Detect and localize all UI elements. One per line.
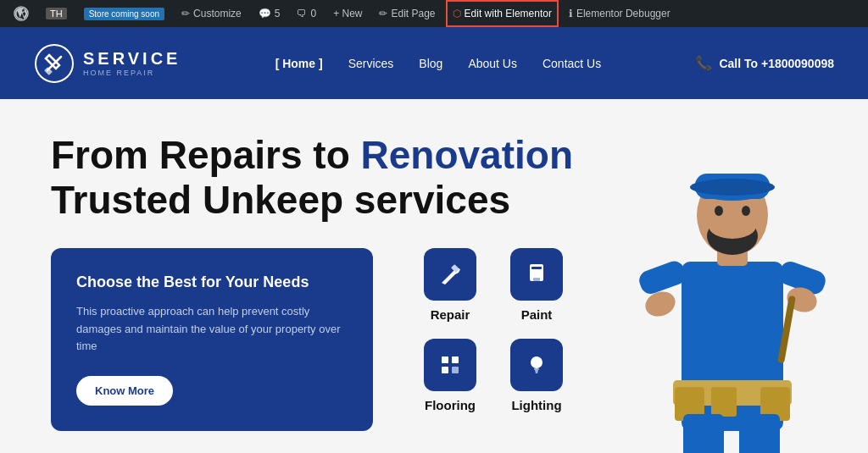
elementor-icon: ⬡ bbox=[453, 8, 461, 19]
svg-rect-3 bbox=[44, 67, 53, 75]
logo-text: SERVICE HOME REPAIR bbox=[83, 49, 181, 77]
repair-label: Repair bbox=[431, 307, 470, 322]
card-description: This proactive approach can help prevent… bbox=[76, 303, 348, 356]
wp-logo[interactable] bbox=[7, 0, 36, 27]
heading-text-start: From Repairs to bbox=[51, 133, 350, 177]
logo-subtitle: HOME REPAIR bbox=[83, 69, 181, 77]
nav-blog[interactable]: Blog bbox=[419, 57, 442, 70]
flooring-label: Flooring bbox=[425, 398, 476, 412]
customize-link[interactable]: ✏ Customize bbox=[175, 0, 248, 27]
svg-point-12 bbox=[531, 356, 542, 368]
edit-elementor-item[interactable]: ⬡ Edit with Elementor bbox=[446, 0, 559, 27]
admin-bar: TH Store coming soon ✏ Customize 💬 5 🗨 0… bbox=[0, 0, 868, 27]
svg-rect-6 bbox=[533, 278, 540, 281]
svg-rect-14 bbox=[535, 370, 538, 372]
lighting-label: Lighting bbox=[511, 398, 561, 412]
svg-rect-21 bbox=[683, 414, 724, 453]
main-nav: [ Home ] Services Blog About Us Contact … bbox=[181, 57, 695, 70]
elementor-debugger-item[interactable]: ℹ Elementor Debugger bbox=[562, 0, 677, 27]
services-grid: Repair Paint bbox=[424, 248, 563, 412]
svg-rect-34 bbox=[637, 258, 688, 296]
hero-card: Choose the Best for Your Needs This proa… bbox=[51, 248, 373, 431]
service-lighting: Lighting bbox=[510, 339, 563, 412]
customize-icon: ✏ bbox=[181, 8, 190, 19]
flooring-icon bbox=[437, 351, 464, 378]
paint-icon-box bbox=[510, 248, 563, 301]
svg-rect-10 bbox=[442, 367, 448, 373]
phone-cta: 📞 Call To +1800090098 bbox=[695, 55, 834, 71]
svg-rect-15 bbox=[536, 372, 538, 373]
store-badge-item[interactable]: Store coming soon bbox=[77, 0, 171, 27]
service-flooring: Flooring bbox=[424, 339, 476, 412]
nav-contact[interactable]: Contact Us bbox=[542, 57, 601, 70]
nav-services[interactable]: Services bbox=[348, 57, 394, 70]
new-item[interactable]: + New bbox=[326, 0, 369, 27]
hero-section: From Repairs to Renovation Trusted Unkee… bbox=[0, 99, 868, 453]
site-header: SERVICE HOME REPAIR [ Home ] Services Bl… bbox=[0, 27, 868, 99]
hero-heading: From Repairs to Renovation Trusted Unkee… bbox=[51, 133, 602, 223]
lighting-icon bbox=[523, 351, 550, 378]
chat-icon: 🗨 bbox=[297, 8, 307, 19]
wp-avatar: TH bbox=[46, 8, 67, 19]
heading-accent: Renovation bbox=[361, 133, 573, 177]
lighting-icon-box bbox=[510, 339, 563, 391]
svg-rect-11 bbox=[452, 367, 459, 373]
chat-item[interactable]: 🗨 0 bbox=[290, 0, 323, 27]
hammer-icon bbox=[437, 261, 464, 288]
service-paint: Paint bbox=[510, 248, 563, 322]
flooring-icon-box bbox=[424, 339, 476, 391]
repair-icon-box bbox=[424, 248, 476, 301]
worker-svg bbox=[614, 126, 851, 453]
worker-image bbox=[614, 126, 851, 453]
logo-title: SERVICE bbox=[83, 49, 181, 69]
info-icon: ℹ bbox=[569, 8, 573, 19]
svg-rect-8 bbox=[442, 356, 448, 363]
card-title: Choose the Best for Your Needs bbox=[76, 273, 348, 291]
svg-point-33 bbox=[742, 206, 750, 216]
service-repair: Repair bbox=[424, 248, 476, 322]
site-name[interactable]: TH bbox=[39, 0, 74, 27]
know-more-button[interactable]: Know More bbox=[76, 376, 173, 406]
phone-number: Call To +1800090098 bbox=[719, 57, 834, 70]
nav-home[interactable]: [ Home ] bbox=[275, 57, 323, 70]
svg-rect-22 bbox=[739, 414, 780, 453]
store-badge: Store coming soon bbox=[84, 8, 164, 20]
nav-about[interactable]: About Us bbox=[468, 57, 517, 70]
edit-icon: ✏ bbox=[379, 8, 387, 19]
svg-point-31 bbox=[690, 179, 775, 196]
heading-text-end: Trusted Unkeep services bbox=[51, 178, 510, 222]
comments-icon: 💬 bbox=[259, 8, 271, 19]
svg-point-28 bbox=[709, 213, 756, 239]
paint-label: Paint bbox=[521, 307, 553, 322]
logo[interactable]: SERVICE HOME REPAIR bbox=[34, 43, 181, 84]
svg-rect-13 bbox=[534, 368, 539, 370]
comments-item[interactable]: 💬 5 bbox=[252, 0, 287, 27]
logo-icon bbox=[34, 43, 75, 84]
paint-icon bbox=[523, 261, 550, 288]
svg-rect-19 bbox=[711, 387, 737, 417]
phone-icon: 📞 bbox=[695, 55, 712, 71]
svg-point-32 bbox=[715, 206, 723, 216]
edit-page-item[interactable]: ✏ Edit Page bbox=[372, 0, 442, 27]
svg-rect-9 bbox=[452, 356, 459, 363]
svg-rect-7 bbox=[531, 267, 542, 269]
